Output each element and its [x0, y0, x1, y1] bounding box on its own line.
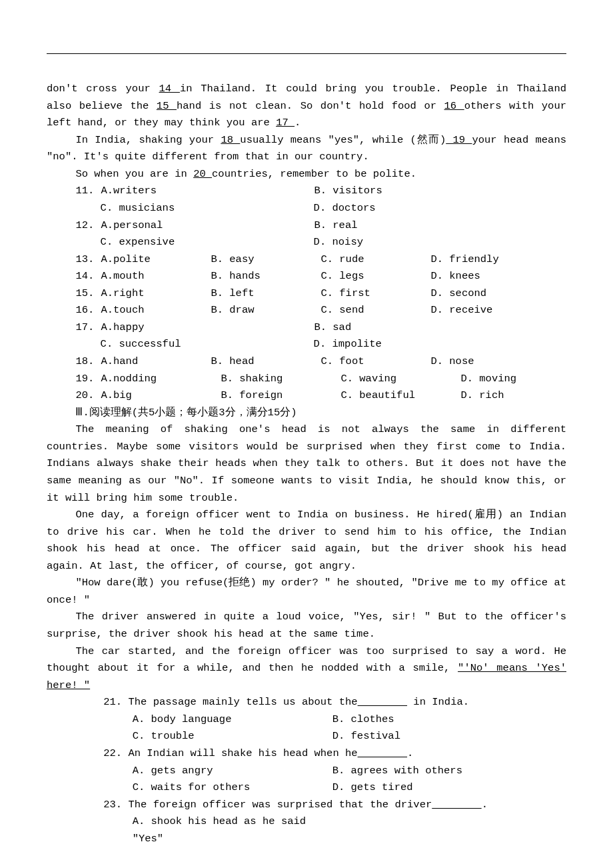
- cloze-question-row: 15. A.rightB. leftC. firstD. second: [47, 285, 566, 303]
- cloze-para-1: don't cross your 14 in Thailand. It coul…: [47, 81, 566, 132]
- cloze-para-3: So when you are in 20 countries, remembe…: [47, 166, 566, 183]
- option-c: C. first: [320, 285, 430, 303]
- reading-p1: The meaning of shaking one's head is not…: [47, 421, 566, 507]
- blank-15: 15: [157, 100, 177, 112]
- question-number: 13.: [75, 251, 101, 269]
- cloze-question-row: 16. A.touchB. drawC. sendD. receive: [47, 302, 566, 319]
- reading-question-stem: 21. The passage mainly tells us about th…: [47, 694, 566, 711]
- top-rule: [47, 53, 566, 54]
- option-d: D. impolite: [314, 336, 382, 353]
- question-number: 18.: [75, 353, 101, 371]
- option-b: B. easy: [211, 251, 320, 269]
- option-b: B. clothes: [332, 711, 394, 729]
- question-number: 14.: [75, 268, 101, 285]
- option-d: D. rich: [460, 387, 504, 405]
- question-number: 20.: [75, 387, 101, 405]
- blank-18: 18: [221, 134, 240, 146]
- option-b: B. hands: [211, 268, 320, 285]
- option-b: B. sad: [314, 319, 351, 337]
- text: usually means "yes", while (然而): [240, 134, 446, 146]
- option-b: B. visitors: [314, 183, 382, 200]
- option-d: D. second: [430, 285, 486, 303]
- question-number: 21.: [103, 696, 128, 708]
- fill-blank: [358, 747, 407, 759]
- option-c: C. legs: [320, 268, 430, 285]
- option-a: A.happy: [101, 319, 314, 337]
- fill-blank: [432, 799, 481, 811]
- option-d: D. knees: [430, 268, 480, 285]
- reading-p3: "How dare(敢) you refuse(拒绝) my order? " …: [47, 575, 566, 609]
- stem-text: in India.: [407, 696, 469, 708]
- option-a: A.polite: [101, 251, 211, 269]
- reading-option-row: A. gets angryB. agrees with others: [47, 763, 566, 780]
- question-number: 17.: [75, 319, 101, 337]
- text: So when you are in: [75, 168, 193, 180]
- option-c: C. send: [320, 302, 430, 319]
- reading-option-row: A. shook his head as he said "Yes": [47, 813, 566, 847]
- text: In India, shaking your: [75, 134, 221, 146]
- option-c: C. successful: [101, 336, 314, 353]
- reading-question-stem: 23. The foreign officer was surprised th…: [47, 797, 566, 814]
- stem-text: The foreign officer was surprised that t…: [128, 799, 432, 811]
- reading-question-stem: 22. An Indian will shake his head when h…: [47, 745, 566, 763]
- option-a: A.personal: [101, 217, 314, 235]
- stem-text: The passage mainly tells us about the: [128, 696, 357, 708]
- stem-text: An Indian will shake his head when he: [128, 747, 357, 759]
- option-b: B. agrees with others: [332, 763, 462, 780]
- text: .: [295, 117, 301, 129]
- cloze-question-row: C. expensiveD. noisy: [47, 234, 566, 251]
- option-a: A.touch: [101, 302, 211, 319]
- question-number: 22.: [103, 747, 128, 759]
- text: hand is not clean. So don't hold food or: [177, 100, 444, 112]
- blank-20: 20: [193, 168, 212, 180]
- option-a: A.big: [101, 387, 221, 405]
- blank-16: 16: [444, 100, 464, 112]
- text: don't cross your: [47, 83, 159, 95]
- blank-19: 19: [446, 134, 472, 146]
- blank-14: 14: [159, 83, 180, 95]
- option-c: C. rude: [320, 251, 430, 269]
- option-b: B. foreign: [221, 387, 340, 405]
- question-number: 11.: [75, 183, 101, 200]
- reading-p4: The driver answered in quite a loud voic…: [47, 609, 566, 643]
- option-c: C. beautiful: [340, 387, 460, 405]
- fill-blank: [358, 696, 407, 708]
- option-d: D. moving: [460, 371, 516, 388]
- stem-text: .: [482, 799, 488, 811]
- option-a: C. waits for others: [133, 779, 332, 797]
- option-a: A. shook his head as he said "Yes": [133, 813, 332, 847]
- reading-question-list: 21. The passage mainly tells us about th…: [47, 694, 566, 847]
- option-c: C. waving: [340, 371, 460, 388]
- option-c: C. musicians: [101, 200, 314, 217]
- option-b: D. festival: [332, 728, 400, 745]
- page-content: don't cross your 14 in Thailand. It coul…: [0, 0, 613, 868]
- cloze-question-row: C. successfulD. impolite: [47, 336, 566, 353]
- option-b: B. real: [314, 217, 357, 235]
- reading-option-row: A. body languageB. clothes: [47, 711, 566, 729]
- option-a: A. gets angry: [133, 763, 332, 780]
- cloze-question-row: 14. A.mouthB. handsC. legsD. knees: [47, 268, 566, 285]
- cloze-question-row: 20. A.bigB. foreignC. beautifulD. rich: [47, 387, 566, 405]
- cloze-question-row: C. musiciansD. doctors: [47, 200, 566, 217]
- reading-option-row: C. waits for othersD. gets tired: [47, 779, 566, 797]
- section-3-title: Ⅲ.阅读理解(共5小题；每小题3分，满分15分): [47, 405, 566, 422]
- option-b: B. draw: [211, 302, 320, 319]
- option-a: A.writers: [101, 183, 314, 200]
- option-a: A.nodding: [101, 371, 221, 388]
- option-d: D. friendly: [430, 251, 498, 269]
- reading-p2: One day, a foreign officer went to India…: [47, 507, 566, 575]
- cloze-para-2: In India, shaking your 18 usually means …: [47, 132, 566, 166]
- option-a: A.mouth: [101, 268, 211, 285]
- cloze-question-row: 12. A.personalB. real: [47, 217, 566, 235]
- option-b: B. head: [211, 353, 320, 371]
- option-a: A.hand: [101, 353, 211, 371]
- option-b: B. left: [211, 285, 320, 303]
- cloze-question-row: 13. A.politeB. easyC. rudeD. friendly: [47, 251, 566, 269]
- cloze-question-row: 11. A.writersB. visitors: [47, 183, 566, 200]
- question-number: 12.: [75, 217, 101, 235]
- question-number: 15.: [75, 285, 101, 303]
- cloze-question-row: 17. A.happyB. sad: [47, 319, 566, 337]
- option-c: C. expensive: [101, 234, 314, 251]
- option-a: A.right: [101, 285, 211, 303]
- option-d: D. receive: [430, 302, 492, 319]
